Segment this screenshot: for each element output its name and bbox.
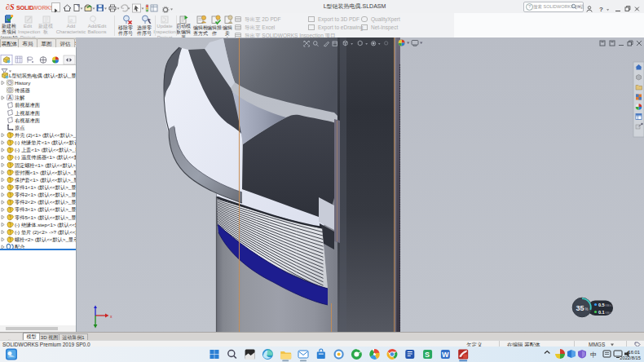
- svg-text:原点: 原点: [15, 125, 24, 131]
- svg-text:⌀: ⌀: [69, 17, 73, 23]
- svg-text:0.1: 0.1: [598, 310, 605, 315]
- svg-text:密封圈<1> (默认<<默认>_显示: 密封圈<1> (默认<<默认>_显示: [15, 170, 76, 176]
- svg-text:(-) 绝缘体.step<1> (默认<<默认: (-) 绝缘体.step<1> (默认<<默认: [15, 222, 76, 227]
- svg-text:SOLID: SOLID: [16, 4, 33, 11]
- svg-text:%: %: [585, 307, 589, 311]
- svg-text:固定螺栓<1> (默认<<默认>_显: 固定螺栓<1> (默认<<默认>_显: [15, 162, 76, 169]
- svg-text:?: ?: [599, 6, 603, 13]
- svg-text:(-) 温度传感器<1> (默认<<默: (-) 温度传感器<1> (默认<<默: [15, 154, 76, 161]
- svg-text:零件5<1> (默认<<默认>_显示状: 零件5<1> (默认<<默认>_显示状: [15, 214, 76, 221]
- svg-text:螺栓<2> (默认<<默认>_显示状态: 螺栓<2> (默认<<默认>_显示状态: [15, 236, 76, 243]
- svg-text:S: S: [425, 351, 430, 359]
- svg-text:0.5: 0.5: [598, 302, 605, 307]
- svg-text:A: A: [8, 95, 12, 100]
- svg-text:上视基准面: 上视基准面: [15, 110, 40, 117]
- svg-text:L型铠装热电偶 (默认<默认_显示状态-1: L型铠装热电偶 (默认<默认_显示状态-1: [9, 73, 76, 79]
- svg-text:中: 中: [590, 351, 597, 359]
- svg-text:注解: 注解: [15, 95, 24, 101]
- svg-text:16:01: 16:01: [628, 350, 640, 355]
- svg-text:(-) 绝缘垫片<1> (默认<<默认>: (-) 绝缘垫片<1> (默认<<默认>: [15, 139, 76, 146]
- svg-text:2022/8/15: 2022/8/15: [620, 355, 641, 360]
- svg-text:右视基准面: 右视基准面: [15, 117, 40, 124]
- svg-text:WORKS: WORKS: [33, 4, 52, 11]
- svg-text:(-) 垫片 (2)<2> ->? (默认<<默: (-) 垫片 (2)<2> ->? (默认<<默: [15, 229, 76, 236]
- svg-text:传感器: 传感器: [15, 87, 30, 94]
- svg-text:History: History: [15, 80, 31, 86]
- svg-text:KB/s: KB/s: [606, 311, 612, 315]
- svg-text:零件1<1> (默认<<默认>_显示状: 零件1<1> (默认<<默认>_显示状: [15, 184, 76, 191]
- svg-text:保护套<1> (默认<<默认>_显示: 保护套<1> (默认<<默认>_显示: [15, 177, 76, 183]
- svg-text:W: W: [442, 351, 449, 359]
- svg-text:KB/s: KB/s: [606, 304, 612, 307]
- svg-text:35: 35: [576, 304, 584, 312]
- svg-text:外壳 (2)<1> (默认<<默认>_显示: 外壳 (2)<1> (默认<<默认>_显示: [15, 132, 76, 139]
- svg-text:零件2<1> (默认<<默认>_显示状: 零件2<1> (默认<<默认>_显示状: [15, 192, 76, 198]
- svg-text:零件3<1> (默认<<默认>_显示状: 零件3<1> (默认<<默认>_显示状: [15, 206, 76, 213]
- svg-text:∂S: ∂S: [6, 2, 15, 11]
- svg-text:零件2<2> (默认<<默认>_显示状: 零件2<2> (默认<<默认>_显示状: [15, 199, 76, 205]
- svg-text:前视基准面: 前视基准面: [15, 102, 40, 108]
- svg-text:(-) 上盖<1> (默认<<默认>_显示: (-) 上盖<1> (默认<<默认>_显示: [15, 147, 76, 153]
